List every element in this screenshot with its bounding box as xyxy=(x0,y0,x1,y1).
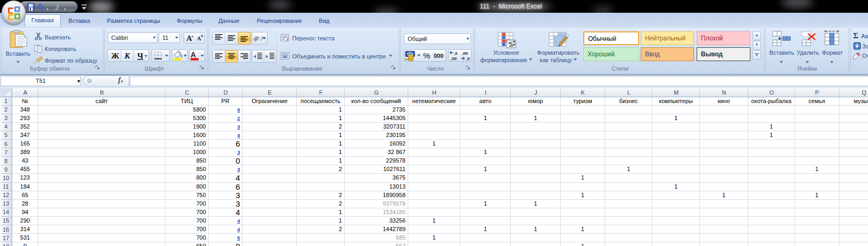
svg-text:000: 000 xyxy=(434,53,443,59)
svg-text:%: % xyxy=(423,51,430,60)
svg-text:ab: ab xyxy=(252,34,260,43)
svg-text:A: A xyxy=(197,35,201,41)
svg-text:,00: ,00 xyxy=(451,56,457,61)
svg-text:К: К xyxy=(124,52,130,60)
svg-text:Ж: Ж xyxy=(111,52,119,60)
svg-text:A: A xyxy=(186,34,192,43)
svg-text:a: a xyxy=(284,54,286,58)
svg-text:,00: ,00 xyxy=(462,51,468,56)
svg-text:,0: ,0 xyxy=(454,51,458,56)
svg-text:,0: ,0 xyxy=(466,56,470,61)
svg-text:А: А xyxy=(191,50,196,59)
svg-text:Ч: Ч xyxy=(137,52,143,60)
